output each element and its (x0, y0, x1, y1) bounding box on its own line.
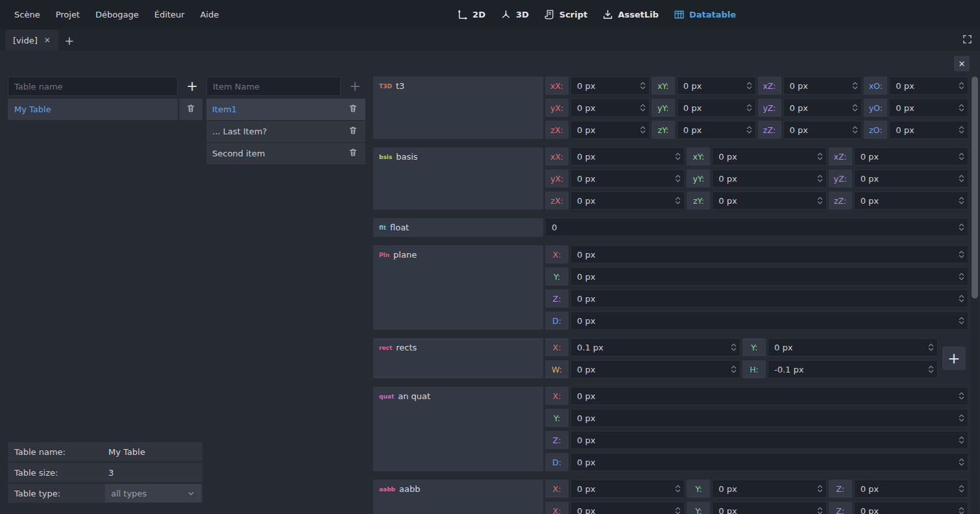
axis-label: Y: (545, 267, 569, 286)
spinbox[interactable]: 0 px (768, 338, 938, 356)
spinbox[interactable]: 0 px (570, 77, 650, 95)
mode-datatable[interactable]: Datatable (674, 9, 736, 20)
property-fields: X:0 pxY:0 pxZ:0 pxD:0 px (545, 245, 968, 330)
spinbox[interactable]: 0 px (570, 245, 968, 263)
spinbox[interactable]: 0 (545, 218, 968, 236)
spinbox[interactable]: 0 px (783, 121, 863, 139)
spinbox[interactable]: 0 px (712, 502, 826, 514)
table-name-input[interactable] (8, 77, 178, 96)
spinbox[interactable]: 0 px (570, 409, 968, 427)
property-name-cell[interactable]: Plnplane (373, 245, 543, 330)
spinbox[interactable]: 0 px (570, 289, 968, 308)
spinbox[interactable]: 0 px (570, 480, 685, 498)
spinbox[interactable]: 0 px (570, 360, 741, 378)
menu-item-aide[interactable]: Aide (192, 6, 227, 23)
spinbox[interactable]: 0 px (570, 191, 685, 210)
spinbox[interactable]: 0 px (570, 147, 685, 165)
delete-item-button[interactable] (341, 99, 365, 120)
trash-icon (349, 104, 358, 115)
spinbox[interactable]: 0 px (570, 502, 685, 514)
spinbox[interactable]: 0 px (570, 312, 968, 330)
spinbox[interactable]: 0 px (570, 169, 685, 188)
spin-arrows-icon (959, 458, 964, 467)
mode-script[interactable]: Script (544, 9, 587, 20)
spin-arrows-icon (640, 103, 646, 112)
property-fields: xX:0 pxxY:0 pxxZ:0 pxyX:0 pxyY:0 pxyZ:0 … (545, 147, 968, 210)
close-panel-button[interactable]: ✕ (954, 56, 970, 71)
spinbox[interactable]: 0 px (570, 267, 968, 286)
spinbox[interactable]: 0 px (854, 502, 968, 514)
tab-vide[interactable]: [vide] ✕ (5, 30, 58, 51)
spinbox[interactable]: 0 px (712, 480, 826, 498)
item-row[interactable]: Item1 (206, 99, 365, 120)
spinbox[interactable]: 0 px (570, 387, 968, 405)
spinbox[interactable]: 0.1 px (570, 338, 741, 356)
mode-assetlib[interactable]: AssetLib (602, 9, 659, 20)
spinbox[interactable]: 0 px (677, 77, 756, 95)
property-name-cell[interactable]: bsisbasis (373, 147, 543, 210)
mode-3d[interactable]: 3D (500, 9, 529, 20)
spinbox[interactable]: 0 px (570, 121, 650, 139)
add-tab-button[interactable]: + (58, 30, 80, 51)
spinbox[interactable]: 0 px (889, 121, 968, 139)
spin-value: 0.1 px (577, 343, 604, 352)
spinbox[interactable]: 0 px (570, 431, 968, 449)
delete-item-button[interactable] (341, 143, 365, 164)
spinbox[interactable]: 0 px (783, 77, 863, 95)
add-rect-button[interactable]: + (942, 347, 966, 370)
spinbox[interactable]: 0 px (712, 169, 826, 188)
table-type-dropdown[interactable]: all types (105, 484, 201, 502)
spinbox[interactable]: 0 px (854, 480, 968, 498)
menu-item-projet[interactable]: Projet (48, 6, 88, 23)
spinbox[interactable]: 0 px (783, 99, 863, 117)
spinbox[interactable]: -0.1 px (768, 360, 938, 378)
property-title: float (390, 223, 409, 232)
table-name[interactable]: My Table (8, 99, 178, 120)
property-row: Y:0 px (545, 267, 968, 286)
spinbox[interactable]: 0 px (854, 169, 968, 188)
add-item-button[interactable]: + (345, 77, 365, 96)
spinbox[interactable]: 0 px (712, 191, 826, 210)
axis-label: Y: (687, 502, 710, 514)
property-name-cell[interactable]: T3Dt3 (373, 77, 543, 139)
mode-2d[interactable]: 2D (457, 9, 485, 20)
item-row[interactable]: Second item (206, 143, 365, 164)
add-table-button[interactable]: + (182, 77, 202, 96)
spin-value: 0 px (861, 196, 879, 206)
axis-label: Z: (545, 431, 569, 449)
spinbox[interactable]: 0 px (712, 147, 826, 165)
property-name-cell[interactable]: quatan quat (373, 387, 543, 471)
an-quat-type-badge: quat (379, 393, 394, 400)
menu-item-scene[interactable]: Scène (6, 6, 48, 23)
spinbox[interactable]: 0 px (570, 453, 968, 471)
table-info-row: Table name:My Table (8, 442, 202, 461)
property-row: X:0 pxY:0 pxZ:0 px (545, 502, 968, 514)
delete-table-button[interactable] (179, 99, 202, 120)
spin-value: 0 px (790, 103, 808, 113)
menu-item-debogage[interactable]: Débogage (88, 6, 147, 23)
spinbox[interactable]: 0 px (570, 99, 650, 117)
property-row: yX:0 pxyY:0 pxyZ:0 px (545, 169, 968, 188)
spinbox[interactable]: 0 px (677, 99, 756, 117)
spinbox[interactable]: 0 px (854, 191, 968, 210)
info-value: 3 (105, 468, 202, 478)
item-row[interactable]: ... Last Item? (206, 121, 365, 142)
spinbox[interactable]: 0 px (889, 77, 968, 95)
expand-icon[interactable] (962, 34, 972, 44)
item-name-input[interactable] (206, 77, 341, 96)
property-name-cell[interactable]: fltfloat (373, 218, 543, 237)
scrollbar-thumb[interactable] (972, 77, 978, 299)
spinbox[interactable]: 0 px (677, 121, 756, 139)
property-fields: X:0 pxY:0 pxZ:0 pxD:0 px (545, 387, 968, 471)
menu-item-editeur[interactable]: Éditeur (147, 6, 193, 23)
spin-arrows-icon (675, 196, 681, 205)
vertical-scrollbar[interactable] (971, 77, 979, 514)
spinbox[interactable]: 0 px (854, 147, 968, 165)
delete-item-button[interactable] (341, 121, 365, 142)
property-name-cell[interactable]: rectrects (373, 338, 543, 378)
spinbox[interactable]: 0 px (889, 99, 968, 117)
axis-label: D: (545, 453, 569, 471)
menu-items: ScèneProjetDébogageÉditeurAide (6, 6, 227, 23)
tab-close-icon[interactable]: ✕ (44, 36, 51, 44)
property-name-cell[interactable]: aabbaabb (373, 480, 543, 514)
